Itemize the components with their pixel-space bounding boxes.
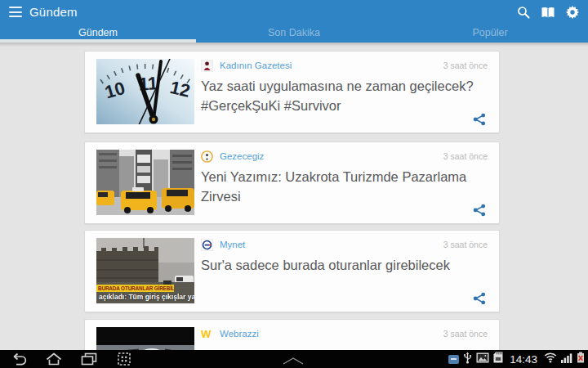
- notification-icon: [448, 355, 459, 364]
- source-avatar-webrazzi: W: [201, 328, 213, 340]
- tab-bar: Gündem Son Dakika Popüler: [0, 25, 588, 43]
- article-card[interactable]: BURADA OTURANLAR GİREBİLECEK açıkladı: T…: [84, 230, 500, 312]
- article-timestamp: 3 saat önce: [443, 240, 488, 249]
- share-icon[interactable]: [473, 204, 486, 217]
- status-clock: 14:43: [510, 353, 537, 366]
- settings-gear-icon[interactable]: [565, 5, 580, 20]
- bookmarks-icon[interactable]: [541, 5, 555, 20]
- usb-icon: [463, 352, 472, 367]
- source-avatar-gezecegiz: [201, 150, 213, 163]
- app-bar: Gündem: [0, 0, 588, 25]
- article-thumbnail-clock: 10 11 12: [96, 59, 194, 124]
- thumbnail-caption-band: BURADA OTURANLAR GİREBİLECEK: [96, 285, 174, 292]
- article-card[interactable]: 10 11 12 Kadının Gazetesi 3 saat önce: [84, 51, 500, 133]
- home-icon[interactable]: [45, 352, 63, 366]
- source-avatar-kadinin-gazetesi: [201, 60, 213, 72]
- article-timestamp: 3 saat önce: [443, 61, 488, 70]
- system-nav-bar: 14:43: [0, 350, 588, 368]
- article-timestamp: 3 saat önce: [443, 329, 488, 339]
- app-bar-actions: [516, 0, 580, 25]
- app-screen: Gündem Gündem Son Dakika Popüler: [0, 0, 588, 368]
- gallery-icon: [476, 352, 489, 366]
- article-source[interactable]: Mynet: [220, 240, 245, 249]
- svg-text:W: W: [201, 328, 212, 340]
- tab-son-dakika[interactable]: Son Dakika: [196, 25, 392, 43]
- menu-icon[interactable]: [9, 7, 22, 17]
- source-avatar-mynet: [201, 239, 213, 251]
- share-icon[interactable]: [473, 292, 486, 305]
- tab-gundem[interactable]: Gündem: [0, 25, 196, 43]
- search-icon[interactable]: [516, 5, 531, 20]
- tab-populer[interactable]: Popüler: [392, 25, 588, 43]
- share-icon[interactable]: [473, 113, 486, 126]
- article-thumbnail-taxis: [96, 150, 194, 215]
- recent-apps-icon[interactable]: [80, 352, 98, 366]
- page-title: Gündem: [29, 0, 78, 25]
- back-icon[interactable]: [10, 352, 28, 366]
- article-list[interactable]: 10 11 12 Kadının Gazetesi 3 saat önce: [0, 43, 588, 350]
- status-tray: 14:43: [448, 350, 585, 368]
- tab-label: Gündem: [78, 27, 118, 38]
- article-source[interactable]: Gezecegiz: [220, 151, 264, 161]
- article-thumbnail-castle: BURADA OTURANLAR GİREBİLECEK açıkladı: T…: [96, 238, 194, 303]
- sd-card-icon: [493, 352, 503, 366]
- article-headline[interactable]: Yaz saati uygulamasına ne zaman geçilece…: [201, 76, 486, 115]
- article-card[interactable]: Gezecegiz 3 saat önce Yeni Yazımız: Uzak…: [84, 141, 500, 224]
- tab-label: Son Dakika: [268, 27, 320, 38]
- article-timestamp: 3 saat önce: [443, 151, 488, 161]
- thumbnail-caption-sub: açıkladı: Tüm giriş çıkışlar yasa: [99, 293, 194, 301]
- tab-bar-shadow: [0, 43, 588, 47]
- chevron-up-icon[interactable]: [282, 354, 305, 364]
- article-headline[interactable]: Yeni Yazımız: Uzakrota Turizmde Pazarlam…: [201, 167, 486, 206]
- wifi-icon: [544, 352, 557, 366]
- article-thumbnail-dark: [96, 327, 194, 350]
- article-source[interactable]: Kadının Gazetesi: [220, 61, 292, 70]
- article-card[interactable]: W Webrazzi 3 saat önce: [84, 319, 500, 350]
- article-headline[interactable]: Sur'a sadece burada oturanlar girebilece…: [201, 255, 486, 275]
- tab-label: Popüler: [472, 27, 507, 38]
- signal-strength-icon: [561, 352, 572, 366]
- battery-error-icon: [577, 352, 585, 366]
- screen-capture-icon[interactable]: [115, 352, 133, 366]
- article-source[interactable]: Webrazzi: [220, 329, 259, 339]
